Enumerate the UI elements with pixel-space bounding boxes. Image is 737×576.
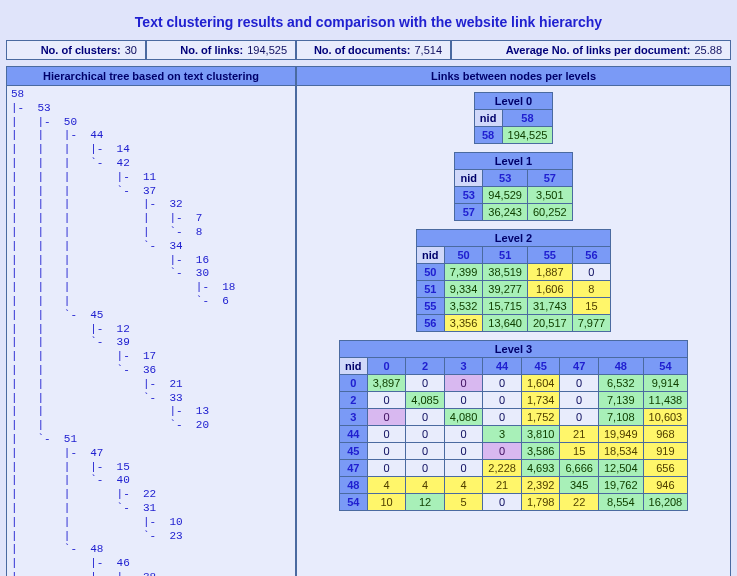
- stat-docs-label: No. of documents:: [314, 44, 411, 56]
- data-cell: 0: [444, 426, 483, 443]
- stat-links: No. of links: 194,525: [146, 40, 296, 60]
- table-row: 4400033,8102119,949968: [339, 426, 688, 443]
- data-cell: 11,438: [643, 392, 688, 409]
- data-cell: 3,586: [521, 443, 560, 460]
- col-header: 47: [560, 358, 599, 375]
- stat-docs: No. of documents: 7,514: [296, 40, 451, 60]
- table-row: 5394,5293,501: [455, 187, 572, 204]
- data-cell: 0: [560, 409, 599, 426]
- table-row: 5736,24360,252: [455, 204, 572, 221]
- data-cell: 0: [367, 409, 406, 426]
- data-cell: 7,139: [598, 392, 643, 409]
- data-cell: 5: [444, 494, 483, 511]
- data-cell: 7,399: [444, 264, 483, 281]
- page-title: Text clustering results and comparison w…: [6, 6, 731, 40]
- data-cell: 0: [483, 392, 522, 409]
- nid-header: nid: [474, 110, 502, 127]
- data-cell: 3,810: [521, 426, 560, 443]
- data-cell: 7,977: [572, 315, 611, 332]
- level-caption: Level 1: [454, 152, 572, 169]
- data-cell: 0: [406, 426, 445, 443]
- data-cell: 8,554: [598, 494, 643, 511]
- data-cell: 4,080: [444, 409, 483, 426]
- data-cell: 0: [406, 460, 445, 477]
- data-cell: 0: [483, 494, 522, 511]
- data-cell: 13,640: [483, 315, 528, 332]
- data-cell: 0: [444, 443, 483, 460]
- nid-header: nid: [339, 358, 367, 375]
- data-cell: 0: [483, 375, 522, 392]
- stat-clusters: No. of clusters: 30: [6, 40, 146, 60]
- row-header: 50: [416, 264, 444, 281]
- right-panel: Links between nodes per levels Level 0ni…: [296, 66, 731, 576]
- row-header: 45: [339, 443, 367, 460]
- stats-row: No. of clusters: 30 No. of links: 194,52…: [6, 40, 731, 60]
- data-cell: 1,887: [528, 264, 573, 281]
- data-cell: 946: [643, 477, 688, 494]
- table-row: 470002,2284,6936,66612,504656: [339, 460, 688, 477]
- data-cell: 21: [483, 477, 522, 494]
- level-table-0: Level 0nid5858194,525: [474, 92, 554, 144]
- data-cell: 19,762: [598, 477, 643, 494]
- data-cell: 3,897: [367, 375, 406, 392]
- level-table-3: Level 3nid023444547485403,8970001,60406,…: [339, 340, 689, 511]
- level-caption: Level 3: [339, 340, 689, 357]
- col-header: 51: [483, 247, 528, 264]
- data-cell: 16,208: [643, 494, 688, 511]
- table-row: 519,33439,2771,6068: [416, 281, 610, 298]
- row-header: 48: [339, 477, 367, 494]
- data-cell: 21: [560, 426, 599, 443]
- data-cell: 0: [483, 443, 522, 460]
- col-header: 48: [598, 358, 643, 375]
- data-cell: 3,501: [528, 187, 573, 204]
- data-cell: 0: [560, 392, 599, 409]
- data-cell: 1,604: [521, 375, 560, 392]
- col-header: 44: [483, 358, 522, 375]
- left-panel: Hierarchical tree based on text clusteri…: [6, 66, 296, 576]
- data-cell: 0: [367, 460, 406, 477]
- stat-avg-label: Average No. of links per document:: [506, 44, 691, 56]
- right-panel-header: Links between nodes per levels: [297, 67, 730, 86]
- data-cell: 1,606: [528, 281, 573, 298]
- data-cell: 3,356: [444, 315, 483, 332]
- row-header: 56: [416, 315, 444, 332]
- data-cell: 60,252: [528, 204, 573, 221]
- col-header: 45: [521, 358, 560, 375]
- stat-avg-value: 25.88: [694, 44, 722, 56]
- row-header: 54: [339, 494, 367, 511]
- stat-links-value: 194,525: [247, 44, 287, 56]
- data-cell: 0: [406, 443, 445, 460]
- data-cell: 0: [367, 443, 406, 460]
- data-cell: 12: [406, 494, 445, 511]
- data-cell: 9,914: [643, 375, 688, 392]
- table-row: 58194,525: [474, 127, 553, 144]
- data-cell: 968: [643, 426, 688, 443]
- stat-docs-value: 7,514: [414, 44, 442, 56]
- data-cell: 4: [367, 477, 406, 494]
- data-cell: 19,949: [598, 426, 643, 443]
- data-cell: 4: [444, 477, 483, 494]
- data-cell: 39,277: [483, 281, 528, 298]
- data-cell: 15,715: [483, 298, 528, 315]
- levels-container: Level 0nid5858194,525Level 1nid53575394,…: [297, 86, 730, 517]
- data-cell: 22: [560, 494, 599, 511]
- data-cell: 1,798: [521, 494, 560, 511]
- data-cell: 656: [643, 460, 688, 477]
- data-cell: 31,743: [528, 298, 573, 315]
- data-cell: 0: [367, 392, 406, 409]
- table-row: 03,8970001,60406,5329,914: [339, 375, 688, 392]
- data-cell: 345: [560, 477, 599, 494]
- row-header: 3: [339, 409, 367, 426]
- data-cell: 8: [572, 281, 611, 298]
- data-cell: 9,334: [444, 281, 483, 298]
- tree-view: 58 |- 53 | |- 50 | | |- 44 | | | |- 14 |…: [7, 86, 295, 576]
- table-row: 204,085001,73407,13911,438: [339, 392, 688, 409]
- table-row: 3004,08001,75207,10810,603: [339, 409, 688, 426]
- data-cell: 919: [643, 443, 688, 460]
- data-cell: 6,532: [598, 375, 643, 392]
- data-cell: 0: [444, 375, 483, 392]
- data-cell: 0: [560, 375, 599, 392]
- data-cell: 18,534: [598, 443, 643, 460]
- stat-avg: Average No. of links per document: 25.88: [451, 40, 731, 60]
- row-header: 0: [339, 375, 367, 392]
